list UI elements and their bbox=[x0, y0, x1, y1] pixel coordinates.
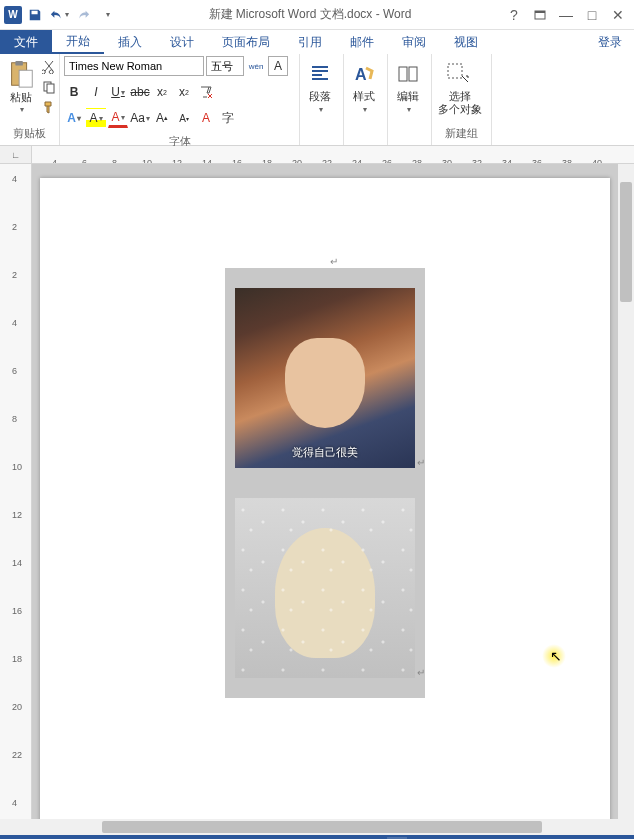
paste-label: 粘贴 bbox=[10, 90, 32, 105]
svg-rect-6 bbox=[47, 84, 54, 93]
phonetic-guide-button[interactable]: wén bbox=[246, 56, 266, 76]
tab-mailings[interactable]: 邮件 bbox=[336, 30, 388, 54]
paragraph-icon bbox=[306, 60, 334, 88]
group-paragraph: 段落 ▾ bbox=[300, 54, 344, 145]
login-link[interactable]: 登录 bbox=[586, 30, 634, 54]
copy-button[interactable] bbox=[40, 78, 58, 96]
word-app-icon: W bbox=[4, 6, 22, 24]
tab-view[interactable]: 视图 bbox=[440, 30, 492, 54]
statusbar: 第 1 页，共 1 页 0 个字 英语(美国) − + 100% bbox=[0, 835, 634, 839]
svg-text:A: A bbox=[355, 66, 367, 83]
scrollbar-vertical[interactable] bbox=[618, 164, 634, 819]
svg-rect-9 bbox=[409, 67, 417, 81]
tab-layout[interactable]: 页面布局 bbox=[208, 30, 284, 54]
ribbon-tabs: 文件 开始 插入 设计 页面布局 引用 邮件 审阅 视图 登录 bbox=[0, 30, 634, 54]
clear-formatting-button[interactable] bbox=[196, 82, 216, 102]
italic-button[interactable]: I bbox=[86, 82, 106, 102]
highlight-button[interactable]: A▾ bbox=[86, 108, 106, 128]
underline-button[interactable]: U▾ bbox=[108, 82, 128, 102]
paragraph-mark: ↵ bbox=[330, 256, 338, 267]
svg-rect-3 bbox=[15, 61, 23, 66]
group-font: wén A B I U▾ abc x2 x2 A▾ A▾ A▾ Aa▾ A▴ A… bbox=[60, 54, 300, 145]
character-shading-button[interactable]: 字 bbox=[218, 108, 238, 128]
document-scroll[interactable]: ↵ 觉得自己很美 ↵ ↵ bbox=[32, 164, 634, 819]
change-case-button[interactable]: Aa▾ bbox=[130, 108, 150, 128]
group-select-multiple: 选择 多个对象 新建组 bbox=[432, 54, 492, 145]
styles-icon: A bbox=[350, 60, 378, 88]
paste-icon bbox=[6, 58, 36, 90]
ribbon: 粘贴 ▾ 剪贴板 wén A B I U▾ abc bbox=[0, 54, 634, 146]
select-objects-icon bbox=[446, 60, 474, 88]
group-styles: A 样式 ▾ bbox=[344, 54, 388, 145]
select-multiple-button[interactable]: 选择 多个对象 bbox=[436, 56, 484, 120]
strikethrough-button[interactable]: abc bbox=[130, 82, 150, 102]
image-1-caption: 觉得自己很美 bbox=[235, 445, 415, 460]
ruler-horizontal[interactable]: ∟ 46810121416182022242628303234363840 bbox=[0, 146, 634, 164]
ribbon-display-button[interactable] bbox=[528, 4, 552, 26]
qat-customize-button[interactable]: ▾ bbox=[96, 4, 118, 26]
minimize-button[interactable]: — bbox=[554, 4, 578, 26]
cursor-icon: ↖ bbox=[550, 648, 562, 664]
tab-review[interactable]: 审阅 bbox=[388, 30, 440, 54]
svg-rect-4 bbox=[19, 70, 32, 87]
close-button[interactable]: ✕ bbox=[606, 4, 630, 26]
tab-file[interactable]: 文件 bbox=[0, 30, 52, 54]
document-area: 422468101214161820224 ↵ 觉得自己很美 ↵ bbox=[0, 164, 634, 819]
scrollbar-horizontal[interactable] bbox=[32, 819, 634, 835]
format-painter-button[interactable] bbox=[40, 98, 58, 116]
tab-selector[interactable]: ∟ bbox=[0, 146, 32, 164]
undo-button[interactable]: ▾ bbox=[48, 4, 70, 26]
shrink-font-button[interactable]: A▾ bbox=[174, 108, 194, 128]
paste-button[interactable]: 粘贴 ▾ bbox=[4, 56, 38, 116]
svg-rect-8 bbox=[399, 67, 407, 81]
tab-design[interactable]: 设计 bbox=[156, 30, 208, 54]
scrollbar-thumb[interactable] bbox=[620, 182, 632, 302]
group-editing: 编辑 ▾ bbox=[388, 54, 432, 145]
font-color-button[interactable]: A▾ bbox=[108, 108, 128, 128]
text-effects-button[interactable]: A▾ bbox=[64, 108, 84, 128]
svg-rect-10 bbox=[448, 64, 462, 78]
cut-button[interactable] bbox=[40, 58, 58, 76]
svg-rect-1 bbox=[535, 11, 545, 13]
window-title: 新建 Microsoft Word 文档.docx - Word bbox=[118, 6, 502, 23]
clipboard-group-label: 剪贴板 bbox=[4, 124, 55, 143]
subscript-button[interactable]: x2 bbox=[152, 82, 172, 102]
scrollbar-thumb[interactable] bbox=[102, 821, 542, 833]
paragraph-mark: ↵ bbox=[417, 667, 425, 678]
font-size-input[interactable] bbox=[206, 56, 244, 76]
find-icon bbox=[394, 60, 422, 88]
paragraph-mark: ↵ bbox=[417, 457, 425, 468]
editing-button[interactable]: 编辑 ▾ bbox=[392, 56, 424, 118]
superscript-button[interactable]: x2 bbox=[174, 82, 194, 102]
grow-font-button[interactable]: A▴ bbox=[152, 108, 172, 128]
help-button[interactable]: ? bbox=[502, 4, 526, 26]
font-name-input[interactable] bbox=[64, 56, 204, 76]
paragraph-button[interactable]: 段落 ▾ bbox=[304, 56, 336, 118]
scrollbar-horizontal-container bbox=[0, 819, 634, 835]
tab-home[interactable]: 开始 bbox=[52, 30, 104, 54]
enclosed-char-button[interactable]: A bbox=[196, 108, 216, 128]
document-page[interactable]: ↵ 觉得自己很美 ↵ ↵ bbox=[40, 178, 610, 819]
save-button[interactable] bbox=[24, 4, 46, 26]
bold-button[interactable]: B bbox=[64, 82, 84, 102]
tab-references[interactable]: 引用 bbox=[284, 30, 336, 54]
image-2[interactable]: ↵ bbox=[235, 498, 415, 678]
tab-insert[interactable]: 插入 bbox=[104, 30, 156, 54]
maximize-button[interactable]: □ bbox=[580, 4, 604, 26]
select-group-label: 新建组 bbox=[436, 124, 487, 143]
image-1[interactable]: 觉得自己很美 ↵ bbox=[235, 288, 415, 468]
titlebar: W ▾ ▾ 新建 Microsoft Word 文档.docx - Word ?… bbox=[0, 0, 634, 30]
ruler-vertical[interactable]: 422468101214161820224 bbox=[0, 164, 32, 819]
content-block: 觉得自己很美 ↵ ↵ bbox=[225, 268, 425, 698]
styles-button[interactable]: A 样式 ▾ bbox=[348, 56, 380, 118]
group-clipboard: 粘贴 ▾ 剪贴板 bbox=[0, 54, 60, 145]
redo-button[interactable] bbox=[72, 4, 94, 26]
character-border-button[interactable]: A bbox=[268, 56, 288, 76]
